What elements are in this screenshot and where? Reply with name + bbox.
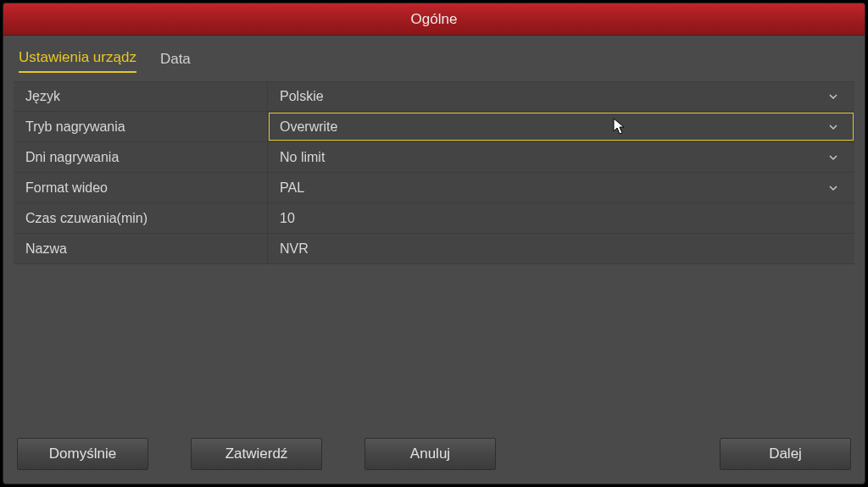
titlebar: Ogólne bbox=[3, 3, 865, 36]
form: Język Polskie Tryb nagrywania Overwrite bbox=[14, 81, 854, 438]
row-name: Nazwa NVR bbox=[14, 234, 854, 264]
select-value: Polskie bbox=[280, 89, 324, 104]
chevron-down-icon bbox=[827, 152, 839, 163]
footer: Domyślnie Zatwierdź Anuluj Dalej bbox=[14, 438, 854, 472]
label-record-days: Dni nagrywania bbox=[14, 142, 268, 172]
label-text: Format wideo bbox=[25, 180, 108, 196]
select-value: No limit bbox=[280, 150, 325, 165]
chevron-down-icon bbox=[827, 91, 839, 102]
label-name: Nazwa bbox=[14, 234, 268, 263]
apply-button[interactable]: Zatwierdź bbox=[191, 438, 322, 470]
spacer bbox=[538, 438, 677, 470]
label-text: Dni nagrywania bbox=[25, 150, 119, 165]
button-label: Domyślnie bbox=[49, 445, 116, 462]
button-label: Dalej bbox=[769, 445, 802, 462]
mouse-cursor-icon bbox=[613, 118, 626, 136]
content-area: Ustawienia urządz Data Język Polskie bbox=[3, 36, 865, 484]
chevron-down-icon bbox=[827, 121, 839, 133]
chevron-down-icon bbox=[827, 182, 839, 194]
window-title: Ogólne bbox=[411, 11, 458, 28]
select-language[interactable]: Polskie bbox=[268, 82, 854, 111]
input-name[interactable]: NVR bbox=[268, 234, 854, 263]
button-label: Anuluj bbox=[410, 445, 450, 462]
select-record-mode[interactable]: Overwrite bbox=[268, 112, 854, 141]
select-value: PAL bbox=[280, 180, 304, 196]
input-standby-time[interactable]: 10 bbox=[268, 203, 854, 233]
tab-label: Ustawienia urządz bbox=[19, 49, 136, 65]
label-standby-time: Czas czuwania(min) bbox=[14, 203, 268, 233]
tabs: Ustawienia urządz Data bbox=[14, 46, 854, 73]
row-standby-time: Czas czuwania(min) 10 bbox=[14, 203, 854, 234]
row-language: Język Polskie bbox=[14, 81, 854, 112]
label-video-format: Format wideo bbox=[14, 173, 268, 202]
settings-window: Ogólne Ustawienia urządz Data Język Pols… bbox=[3, 3, 865, 484]
tab-date[interactable]: Data bbox=[160, 51, 191, 73]
label-text: Język bbox=[25, 89, 60, 104]
select-record-days[interactable]: No limit bbox=[268, 142, 854, 172]
default-button[interactable]: Domyślnie bbox=[17, 438, 148, 470]
input-value: 10 bbox=[280, 211, 295, 226]
button-label: Zatwierdź bbox=[225, 445, 288, 462]
label-text: Tryb nagrywania bbox=[25, 119, 125, 135]
row-record-mode: Tryb nagrywania Overwrite bbox=[14, 112, 854, 142]
select-video-format[interactable]: PAL bbox=[268, 173, 854, 202]
tab-label: Data bbox=[160, 51, 191, 67]
tab-device-settings[interactable]: Ustawienia urządz bbox=[19, 49, 136, 73]
next-button[interactable]: Dalej bbox=[720, 438, 851, 470]
label-record-mode: Tryb nagrywania bbox=[14, 112, 268, 141]
label-language: Język bbox=[14, 82, 268, 111]
cancel-button[interactable]: Anuluj bbox=[364, 438, 496, 470]
row-video-format: Format wideo PAL bbox=[14, 173, 854, 203]
row-record-days: Dni nagrywania No limit bbox=[14, 142, 854, 173]
label-text: Czas czuwania(min) bbox=[25, 211, 147, 226]
select-value: Overwrite bbox=[280, 119, 337, 135]
label-text: Nazwa bbox=[25, 241, 67, 257]
input-value: NVR bbox=[280, 241, 309, 257]
